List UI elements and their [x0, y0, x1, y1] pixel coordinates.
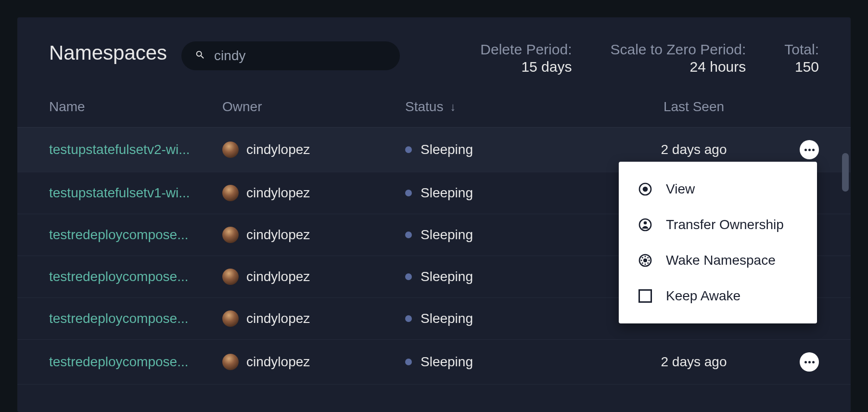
more-button[interactable] — [800, 352, 819, 372]
owner-cell: cindylopez — [222, 310, 405, 327]
more-dots-icon — [804, 361, 815, 363]
namespace-name[interactable]: testredeploycompose... — [49, 227, 222, 243]
total-stat: Total: 150 — [784, 41, 819, 75]
delete-period-value: 15 days — [480, 59, 572, 75]
avatar — [222, 269, 239, 285]
user-icon — [637, 217, 653, 233]
scrollbar[interactable] — [842, 153, 849, 192]
svg-line-11 — [648, 263, 649, 264]
status-dot-icon — [405, 315, 412, 322]
col-owner[interactable]: Owner — [222, 99, 405, 115]
avatar — [222, 310, 239, 327]
status-cell: Sleeping — [405, 354, 626, 370]
namespace-name[interactable]: testupstatefulsetv1-wi... — [49, 185, 222, 201]
status-text: Sleeping — [421, 185, 473, 201]
status-text: Sleeping — [421, 269, 473, 284]
delete-period-stat: Delete Period: 15 days — [480, 41, 572, 75]
owner-cell: cindylopez — [222, 185, 405, 201]
table-row[interactable]: testredeploycompose... cindylopez Sleepi… — [17, 340, 851, 385]
col-name[interactable]: Name — [49, 99, 222, 115]
menu-transfer-label: Transfer Ownership — [666, 217, 784, 232]
menu-keep-label: Keep Awake — [666, 288, 740, 304]
search-icon — [195, 50, 205, 62]
avatar — [222, 185, 239, 201]
sort-arrow-down-icon: ↓ — [450, 100, 456, 114]
lastseen-cell: 2 days ago — [626, 142, 761, 157]
status-cell: Sleeping — [405, 227, 626, 243]
row-actions-menu: View Transfer Ownership Wake Namespace K… — [619, 162, 817, 323]
svg-point-3 — [644, 221, 647, 225]
menu-wake[interactable]: Wake Namespace — [619, 243, 817, 278]
status-text: Sleeping — [421, 354, 473, 370]
owner-name: cindylopez — [246, 269, 310, 284]
menu-keep-awake[interactable]: Keep Awake — [619, 278, 817, 314]
total-label: Total: — [784, 41, 819, 58]
status-dot-icon — [405, 232, 412, 238]
status-text: Sleeping — [421, 142, 473, 157]
status-cell: Sleeping — [405, 311, 626, 326]
owner-cell: cindylopez — [222, 227, 405, 243]
avatar — [222, 227, 239, 243]
owner-name: cindylopez — [246, 227, 310, 243]
svg-point-2 — [639, 219, 651, 231]
svg-line-10 — [642, 257, 643, 258]
scale-zero-stat: Scale to Zero Period: 24 hours — [610, 41, 746, 75]
col-status[interactable]: Status ↓ — [405, 99, 626, 115]
sun-icon — [637, 252, 653, 269]
svg-point-5 — [643, 258, 647, 262]
owner-name: cindylopez — [246, 142, 310, 157]
scale-zero-value: 24 hours — [610, 59, 746, 75]
svg-point-1 — [643, 187, 648, 192]
page-title: Namespaces — [49, 41, 167, 64]
status-dot-icon — [405, 146, 412, 153]
svg-line-12 — [642, 263, 643, 264]
svg-line-13 — [648, 257, 649, 258]
menu-view[interactable]: View — [619, 171, 817, 207]
namespace-name[interactable]: testredeploycompose... — [49, 311, 222, 326]
owner-name: cindylopez — [246, 311, 310, 326]
owner-name: cindylopez — [246, 354, 310, 370]
status-text: Sleeping — [421, 311, 473, 326]
search-box[interactable] — [181, 41, 400, 70]
namespace-name[interactable]: testredeploycompose... — [49, 354, 222, 370]
namespace-name[interactable]: testredeploycompose... — [49, 269, 222, 284]
col-lastseen[interactable]: Last Seen — [626, 99, 761, 115]
owner-cell: cindylopez — [222, 142, 405, 158]
more-button[interactable] — [800, 140, 819, 159]
menu-transfer[interactable]: Transfer Ownership — [619, 207, 817, 243]
status-text: Sleeping — [421, 227, 473, 243]
eye-icon — [637, 181, 653, 197]
checkbox-icon — [637, 288, 653, 304]
more-dots-icon — [804, 149, 815, 151]
status-cell: Sleeping — [405, 185, 626, 201]
delete-period-label: Delete Period: — [480, 41, 572, 58]
status-dot-icon — [405, 359, 412, 365]
namespace-name[interactable]: testupstatefulsetv2-wi... — [49, 142, 222, 157]
status-dot-icon — [405, 190, 412, 196]
owner-cell: cindylopez — [222, 269, 405, 285]
owner-name: cindylopez — [246, 185, 310, 201]
owner-cell: cindylopez — [222, 354, 405, 370]
status-cell: Sleeping — [405, 142, 626, 157]
search-input[interactable] — [214, 48, 386, 64]
avatar — [222, 354, 239, 370]
scale-zero-label: Scale to Zero Period: — [610, 41, 746, 58]
menu-wake-label: Wake Namespace — [666, 253, 776, 268]
status-cell: Sleeping — [405, 269, 626, 284]
status-dot-icon — [405, 273, 412, 280]
avatar — [222, 142, 239, 158]
menu-view-label: View — [666, 181, 695, 197]
total-value: 150 — [784, 59, 819, 75]
lastseen-cell: 2 days ago — [626, 354, 761, 370]
